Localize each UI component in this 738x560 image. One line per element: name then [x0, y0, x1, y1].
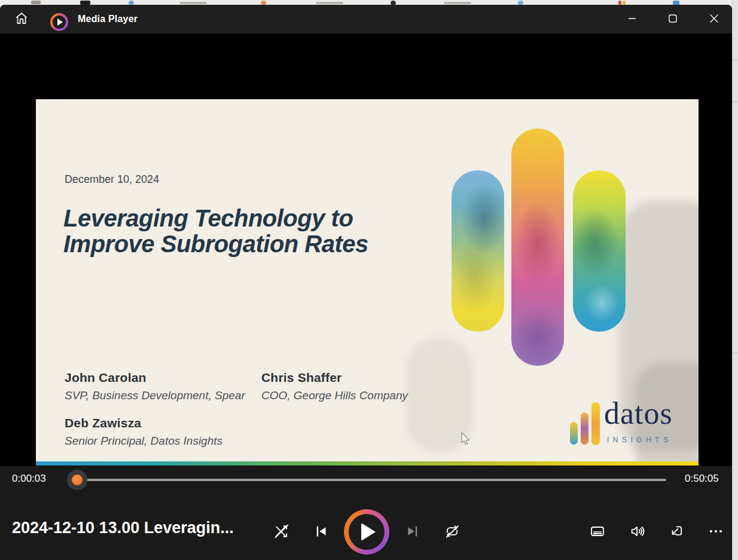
tab-favicon-fragment: [129, 1, 134, 5]
home-button[interactable]: [8, 7, 35, 31]
miniplayer-icon: [668, 523, 685, 541]
next-track-button[interactable]: [400, 519, 426, 545]
shuffle-button[interactable]: [269, 519, 295, 545]
window-title: Media Player: [78, 5, 138, 33]
shuffle-off-icon: [273, 523, 290, 541]
more-options-icon: [707, 523, 724, 541]
media-player-window: Media Player December 10, 2024: [0, 5, 732, 560]
tab-fragment: [31, 1, 41, 4]
media-player-app-icon: [50, 13, 68, 31]
total-duration: 0:50:05: [685, 473, 719, 485]
background-page-sliver: [732, 0, 738, 560]
tab-fragment: [179, 2, 207, 4]
video-frame-slide: December 10, 2024 Leveraging Technology …: [36, 99, 699, 466]
datos-logo-wordmark: datos: [604, 396, 673, 431]
datos-logo-bars-icon: [567, 401, 603, 446]
volume-icon: [629, 523, 646, 541]
speakers-column-1: John Carolan SVP, Business Development, …: [65, 371, 262, 448]
slide-gradient-strip: [36, 461, 699, 466]
volume-button[interactable]: [624, 519, 651, 545]
seek-thumb[interactable]: [67, 470, 87, 490]
previous-track-icon: [313, 523, 330, 541]
speaker-role: SVP, Business Development, Spear: [65, 389, 262, 402]
tab-fragment: [80, 1, 90, 5]
tab-favicon-fragment: [618, 1, 621, 5]
close-icon: [707, 12, 721, 27]
tab-favicon-fragment: [623, 1, 626, 5]
tab-favicon-fragment: [261, 1, 266, 5]
player-controls: 0:00:03 0:50:05 2024-12-10 13.00 Leverag…: [0, 466, 732, 560]
home-icon: [14, 11, 29, 28]
maximize-icon: [666, 12, 679, 27]
video-viewport[interactable]: December 10, 2024 Leveraging Technology …: [0, 33, 732, 466]
speaker-name: Deb Zawisza: [65, 416, 262, 430]
speaker-role: Senior Principal, Datos Insights: [65, 434, 262, 448]
slide-title-line1: Leveraging Technology to: [63, 206, 368, 231]
artwork-pill-left: [452, 170, 504, 332]
elapsed-time: 0:00:03: [12, 473, 46, 485]
speaker-name: Chris Shaffer: [261, 371, 459, 385]
repeat-off-icon: [444, 523, 461, 541]
mouse-cursor: [459, 432, 472, 449]
close-button[interactable]: [696, 5, 732, 33]
slide-date: December 10, 2024: [65, 173, 159, 186]
minimize-button[interactable]: [614, 5, 651, 33]
tab-fragment: [444, 2, 471, 4]
miniplayer-button[interactable]: [663, 519, 690, 545]
slide-title: Leveraging Technology to Improve Subroga…: [63, 206, 368, 257]
captions-icon: [589, 523, 606, 541]
titlebar: Media Player: [0, 5, 732, 33]
speakers-column-2: Chris Shaffer COO, George Hills Company: [261, 371, 459, 402]
next-track-icon: [404, 523, 421, 541]
seek-bar[interactable]: [67, 479, 666, 481]
repeat-button[interactable]: [439, 519, 465, 545]
play-icon: [361, 523, 376, 541]
speaker-name: John Carolan: [65, 371, 262, 385]
previous-track-button[interactable]: [308, 519, 334, 545]
maximize-button[interactable]: [654, 5, 691, 33]
tab-favicon-fragment: [518, 1, 523, 5]
play-button[interactable]: [344, 509, 389, 555]
slide-title-line2: Improve Subrogation Rates: [63, 231, 368, 257]
minimize-icon: [626, 12, 639, 27]
artwork-pill-right: [573, 170, 626, 332]
datos-logo-tagline: INSIGHTS: [607, 436, 672, 444]
tab-fragment: [316, 2, 343, 4]
captions-button[interactable]: [584, 519, 611, 545]
speaker-role: COO, George Hills Company: [261, 389, 459, 402]
more-options-button[interactable]: [703, 519, 729, 545]
artwork-pill-middle: [511, 128, 564, 366]
now-playing-title: 2024-12-10 13.00 Leveragin...: [12, 519, 251, 537]
